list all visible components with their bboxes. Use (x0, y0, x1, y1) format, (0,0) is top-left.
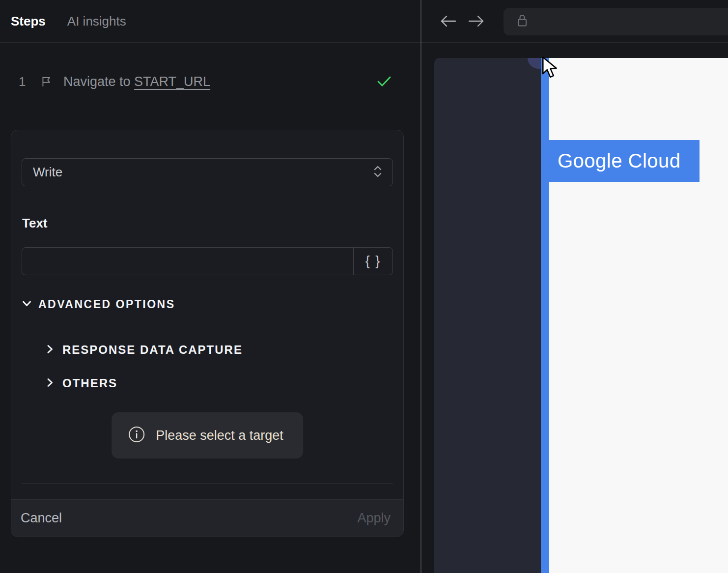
browser-viewport: Google Cloud (421, 43, 728, 573)
insert-variable-button[interactable]: { } (353, 248, 392, 275)
section-response-data-capture[interactable]: RESPONSE DATA CAPTURE (45, 343, 243, 357)
highlight-dot (528, 58, 541, 69)
action-select[interactable]: Write (22, 158, 393, 186)
steps-panel: Steps AI insights 1 Navigate to START_UR… (0, 0, 420, 573)
back-button[interactable] (440, 15, 457, 29)
page-content: Google Cloud (549, 58, 728, 573)
app-root: Steps AI insights 1 Navigate to START_UR… (0, 0, 728, 573)
step-number: 1 (19, 74, 28, 89)
highlight-bar (541, 58, 549, 573)
step-editor-card: Write Text { } ADVA (11, 130, 404, 537)
info-icon (128, 426, 145, 445)
lock-icon (516, 13, 528, 30)
step-title: Navigate to START_URL (63, 74, 210, 89)
start-url-link[interactable]: START_URL (134, 74, 210, 89)
flag-icon (40, 75, 53, 88)
chevron-right-icon (45, 344, 55, 356)
advanced-options-toggle[interactable]: ADVANCED OPTIONS (22, 298, 175, 311)
action-select-value: Write (33, 165, 373, 180)
google-cloud-highlight[interactable]: Google Cloud (549, 140, 700, 182)
address-bar[interactable] (504, 8, 728, 35)
tab-ai-insights[interactable]: AI insights (67, 14, 126, 29)
google-cloud-label: Google Cloud (558, 150, 681, 172)
footer-divider (22, 484, 393, 484)
section-others[interactable]: OTHERS (45, 376, 117, 390)
select-chevron-icon (373, 164, 383, 181)
cursor-icon (541, 57, 560, 81)
browser-panel: Google Cloud (421, 0, 728, 573)
section-label: OTHERS (62, 376, 117, 390)
check-icon (377, 76, 392, 87)
step-row[interactable]: 1 Navigate to START_URL (0, 73, 420, 90)
tab-bar: Steps AI insights (0, 0, 420, 43)
text-input[interactable] (22, 248, 353, 275)
section-label: RESPONSE DATA CAPTURE (62, 343, 243, 357)
select-target-toast: Please select a target (112, 412, 303, 458)
forward-button[interactable] (467, 15, 485, 29)
text-field-label: Text (22, 216, 48, 231)
tab-steps[interactable]: Steps (11, 14, 46, 29)
text-input-group: { } (22, 247, 393, 275)
browser-toolbar (421, 0, 728, 43)
chevron-right-icon (45, 377, 55, 390)
page-sidebar (434, 58, 541, 573)
advanced-options-label: ADVANCED OPTIONS (38, 298, 175, 311)
toast-text: Please select a target (156, 428, 283, 443)
cancel-button[interactable]: Cancel (21, 511, 62, 526)
chevron-down-icon (22, 298, 32, 311)
apply-button[interactable]: Apply (357, 511, 391, 526)
editor-footer: Cancel Apply (11, 499, 403, 537)
